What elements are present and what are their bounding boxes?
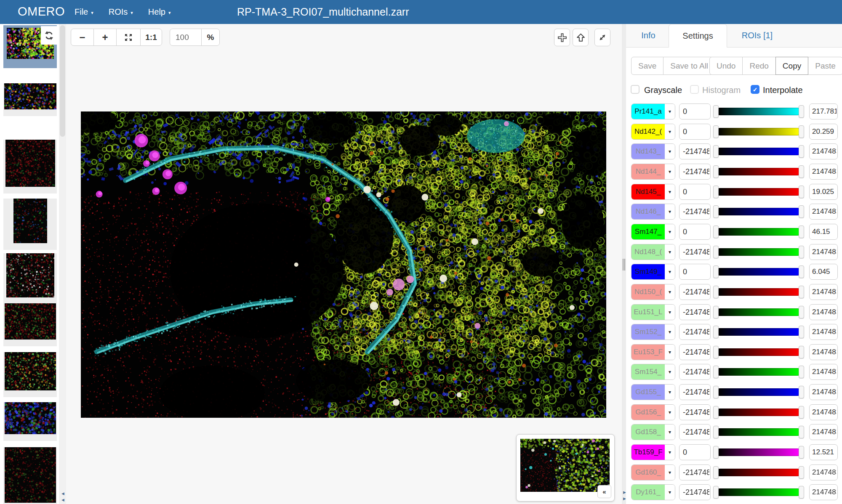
channel-max-input[interactable] — [809, 244, 838, 260]
grayscale-checkbox[interactable] — [631, 85, 639, 94]
thumbnail-image[interactable] — [5, 303, 56, 340]
tab-info[interactable]: Info — [629, 24, 667, 47]
channel-min-input[interactable] — [679, 103, 711, 119]
channel-min-input[interactable] — [679, 344, 711, 360]
channel-color-button[interactable]: Nd146_▾ — [631, 204, 675, 220]
channel-color-button[interactable]: Dy161_▾ — [631, 484, 675, 500]
channel-max-input[interactable] — [809, 224, 838, 240]
range-handle-max[interactable] — [799, 125, 804, 138]
range-handle-max[interactable] — [799, 225, 804, 238]
channel-max-input[interactable] — [809, 304, 838, 320]
channel-min-input[interactable] — [679, 424, 711, 440]
thumbnail[interactable] — [3, 253, 57, 304]
pan-mode-button[interactable] — [554, 29, 570, 46]
channel-max-input[interactable] — [809, 143, 838, 159]
range-track[interactable] — [718, 448, 799, 456]
resize-viewer-button[interactable] — [594, 29, 610, 46]
channel-color-button[interactable]: Nd150_(▾ — [631, 284, 675, 300]
channel-color-button[interactable]: Nd148_(▾ — [631, 244, 675, 260]
range-handle-min[interactable] — [713, 306, 719, 318]
percent-button[interactable]: % — [201, 29, 220, 46]
histogram-checkbox[interactable] — [690, 85, 699, 94]
range-handle-max[interactable] — [799, 105, 804, 118]
channel-max-input[interactable] — [809, 164, 838, 180]
paste-button[interactable]: Paste — [808, 57, 842, 75]
zoom-out-button[interactable]: − — [71, 29, 94, 46]
range-handle-min[interactable] — [713, 105, 719, 118]
channel-max-input[interactable] — [809, 324, 838, 340]
range-handle-min[interactable] — [713, 145, 719, 158]
range-handle-max[interactable] — [799, 466, 804, 479]
range-handle-min[interactable] — [713, 326, 719, 338]
channel-min-input[interactable] — [679, 164, 711, 180]
channel-min-input[interactable] — [679, 304, 711, 320]
zoom-fit-button[interactable] — [116, 29, 141, 46]
channel-max-input[interactable] — [809, 184, 838, 200]
main-image-viewport[interactable] — [81, 111, 606, 418]
channel-color-button[interactable]: Gd160_▾ — [631, 464, 675, 480]
channel-max-input[interactable] — [809, 264, 838, 280]
range-track[interactable] — [718, 228, 799, 236]
thumbnail[interactable] — [3, 83, 57, 116]
thumbnail[interactable] — [3, 402, 57, 441]
channel-color-button[interactable]: Eu151_L▾ — [631, 304, 675, 320]
range-track[interactable] — [718, 388, 799, 396]
channel-min-input[interactable] — [679, 264, 711, 280]
channel-max-input[interactable] — [809, 484, 838, 500]
thumbnail-refresh-button[interactable] — [41, 26, 57, 45]
one-to-one-button[interactable]: 1:1 — [140, 29, 162, 46]
channel-min-input[interactable] — [679, 464, 711, 480]
range-handle-max[interactable] — [799, 326, 804, 338]
sidebar-collapse-icon[interactable]: ◄ — [61, 491, 65, 496]
range-handle-max[interactable] — [799, 386, 804, 398]
copy-button[interactable]: Copy — [775, 57, 808, 75]
range-track[interactable] — [718, 248, 799, 256]
channel-min-input[interactable] — [679, 244, 711, 260]
menu-rois[interactable]: ROIs ▾ — [109, 7, 133, 17]
channel-max-input[interactable] — [809, 204, 838, 220]
channel-max-input[interactable] — [809, 344, 838, 360]
range-handle-max[interactable] — [799, 366, 804, 378]
zoom-in-button[interactable]: + — [93, 29, 117, 46]
range-handle-max[interactable] — [799, 145, 804, 158]
channel-min-input[interactable] — [679, 224, 711, 240]
channel-max-input[interactable] — [809, 424, 838, 440]
range-handle-max[interactable] — [799, 446, 804, 459]
range-handle-min[interactable] — [713, 225, 719, 238]
redo-button[interactable]: Redo — [742, 57, 775, 75]
range-handle-max[interactable] — [799, 246, 804, 258]
channel-min-input[interactable] — [679, 324, 711, 340]
channel-color-button[interactable]: Nd145_▾ — [631, 184, 675, 200]
range-track[interactable] — [718, 268, 799, 276]
thumbnail-selected[interactable] — [3, 25, 57, 68]
range-track[interactable] — [718, 469, 799, 476]
channel-max-input[interactable] — [809, 124, 838, 140]
range-track[interactable] — [718, 148, 799, 155]
range-handle-min[interactable] — [713, 466, 719, 479]
range-track[interactable] — [718, 208, 799, 215]
range-handle-min[interactable] — [713, 446, 719, 459]
channel-color-button[interactable]: Nd143_▾ — [631, 143, 675, 159]
zoom-percent-input[interactable] — [170, 29, 202, 46]
range-handle-max[interactable] — [799, 486, 804, 499]
range-handle-min[interactable] — [713, 165, 719, 178]
range-handle-max[interactable] — [799, 286, 804, 298]
range-handle-max[interactable] — [799, 186, 804, 198]
thumbnail[interactable] — [3, 447, 57, 504]
sidebar-collapse-icon[interactable]: ◄ — [61, 498, 65, 502]
channel-min-input[interactable] — [679, 124, 711, 140]
channel-color-button[interactable]: Nd142_(▾ — [631, 124, 675, 140]
thumbnail-image[interactable] — [5, 352, 56, 390]
menu-file[interactable]: File ▾ — [75, 7, 93, 17]
thumbnail-image[interactable] — [5, 140, 55, 187]
range-track[interactable] — [718, 108, 799, 115]
channel-color-button[interactable]: Eu153_F▾ — [631, 344, 675, 360]
range-track[interactable] — [718, 488, 799, 496]
range-handle-min[interactable] — [713, 406, 719, 419]
channel-color-button[interactable]: Sm149_▾ — [631, 264, 675, 280]
range-handle-max[interactable] — [799, 265, 804, 278]
thumbnail[interactable] — [3, 352, 57, 397]
range-handle-min[interactable] — [713, 186, 719, 198]
range-handle-min[interactable] — [713, 346, 719, 358]
range-handle-max[interactable] — [799, 205, 804, 218]
